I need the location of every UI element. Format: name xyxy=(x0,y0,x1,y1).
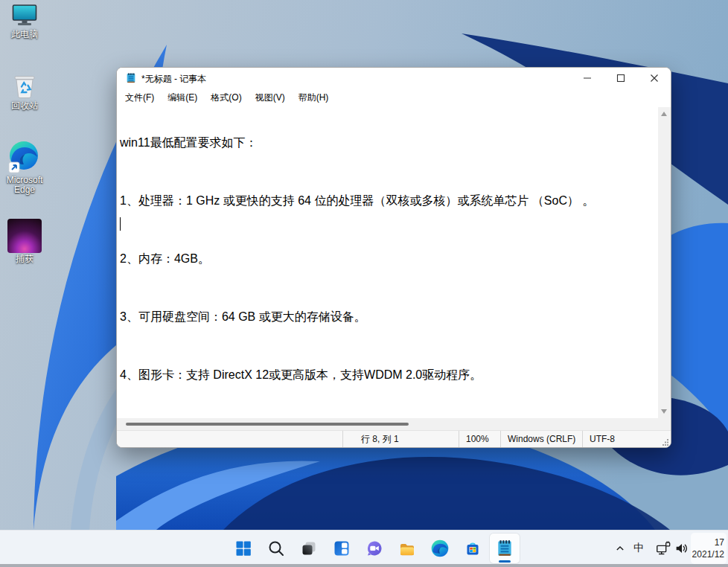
title-bar[interactable]: *无标题 - 记事本 xyxy=(117,68,671,89)
ime-indicator[interactable]: 中 xyxy=(630,539,648,557)
maximize-icon xyxy=(616,74,625,83)
minimize-button[interactable] xyxy=(570,68,604,89)
search-button[interactable] xyxy=(261,534,291,563)
menu-item-view[interactable]: 视图(V) xyxy=(249,89,292,107)
status-encoding: UTF-8 xyxy=(582,431,671,447)
resize-grip-icon[interactable] xyxy=(662,438,669,446)
status-bar: 行 8, 列 1 100% Windows (CRLF) UTF-8 xyxy=(117,430,671,447)
text-area[interactable]: win11最低配置要求如下： 1、处理器：1 GHz 或更快的支持 64 位的处… xyxy=(117,107,658,418)
edge-icon xyxy=(7,140,42,174)
status-zoom-level: 100% xyxy=(459,431,500,447)
chevron-up-icon xyxy=(613,541,628,556)
volume-icon xyxy=(674,540,690,557)
text-line: 1、处理器：1 GHz 或更快的支持 64 位的处理器（双核或多核）或系统单芯片… xyxy=(120,193,658,208)
text-line: 2、内存：4GB。 xyxy=(120,251,658,266)
store-button[interactable] xyxy=(458,534,488,563)
start-button[interactable] xyxy=(229,534,258,563)
notepad-window: *无标题 - 记事本 文件(F) 编辑(E) 格式(O) 视图(V) 帮助(H)… xyxy=(116,67,671,448)
search-icon xyxy=(267,539,285,557)
close-button[interactable] xyxy=(637,68,671,89)
text-caret xyxy=(120,217,121,231)
close-icon xyxy=(650,74,659,83)
notepad-icon xyxy=(495,539,514,558)
status-line-ending: Windows (CRLF) xyxy=(500,431,582,447)
status-cursor-position: 行 8, 列 1 xyxy=(342,431,459,447)
menu-bar: 文件(F) 编辑(E) 格式(O) 视图(V) 帮助(H) xyxy=(117,89,671,107)
desktop-screen: 此电脑 回收站 xyxy=(0,0,728,567)
screen-bottom-edge xyxy=(0,564,728,567)
windows-logo-icon xyxy=(234,539,252,557)
task-view-icon xyxy=(300,539,318,557)
text-line: win11最低配置要求如下： xyxy=(120,135,658,150)
desktop-icon-capture[interactable]: 捕获 xyxy=(0,219,49,264)
vertical-scrollbar[interactable] xyxy=(658,107,671,418)
edge-button[interactable] xyxy=(425,534,455,563)
chat-icon xyxy=(365,539,383,557)
notepad-icon xyxy=(125,72,137,84)
scrollbar-corner xyxy=(658,418,671,431)
text-line: 3、可用硬盘空间：64 GB 或更大的存储设备。 xyxy=(120,309,658,324)
active-app-indicator xyxy=(499,560,511,563)
edge-icon xyxy=(430,539,450,558)
chat-button[interactable] xyxy=(360,534,389,563)
menu-item-file[interactable]: 文件(F) xyxy=(118,89,161,107)
maximize-button[interactable] xyxy=(604,68,637,89)
recycle-bin-icon xyxy=(11,70,38,100)
clock-time: 17 xyxy=(691,536,724,548)
widgets-button[interactable] xyxy=(327,534,357,563)
store-icon xyxy=(464,539,482,557)
tray-overflow-button[interactable] xyxy=(611,539,629,557)
horizontal-scroll-thumb[interactable] xyxy=(126,423,409,426)
text-line: 4、图形卡：支持 DirectX 12或更高版本，支持WDDM 2.0驱动程序。 xyxy=(120,367,658,382)
network-icon xyxy=(655,540,671,557)
notepad-taskbar-button[interactable] xyxy=(490,534,520,563)
desktop-icon-label: Microsoft Edge xyxy=(0,176,49,195)
minimize-icon xyxy=(583,74,592,83)
horizontal-scrollbar[interactable] xyxy=(117,418,658,431)
monitor-icon xyxy=(11,3,38,28)
volume-tray-button[interactable] xyxy=(673,539,691,557)
status-encoding-label: UTF-8 xyxy=(590,434,615,444)
widgets-icon xyxy=(333,539,351,557)
desktop-icon-label: 捕获 xyxy=(0,254,49,264)
status-spacer xyxy=(117,431,342,447)
scroll-up-icon[interactable] xyxy=(661,112,667,116)
document-text: win11最低配置要求如下： 1、处理器：1 GHz 或更快的支持 64 位的处… xyxy=(117,107,658,418)
menu-item-help[interactable]: 帮助(H) xyxy=(292,89,336,107)
desktop-icon-recycle-bin[interactable]: 回收站 xyxy=(0,70,49,111)
menu-item-format[interactable]: 格式(O) xyxy=(204,89,248,107)
menu-item-edit[interactable]: 编辑(E) xyxy=(161,89,204,107)
capture-image-icon xyxy=(7,219,42,253)
clock-date: 2021/12 xyxy=(691,548,724,560)
desktop-icon-label: 回收站 xyxy=(0,101,49,111)
network-tray-button[interactable] xyxy=(654,539,672,557)
scroll-down-icon[interactable] xyxy=(661,409,667,414)
clock[interactable]: 17 2021/12 xyxy=(691,533,727,564)
desktop-icon-label: 此电脑 xyxy=(0,30,49,39)
task-view-button[interactable] xyxy=(294,534,324,563)
window-title: *无标题 - 记事本 xyxy=(141,73,206,86)
desktop-icon-edge[interactable]: Microsoft Edge xyxy=(0,140,49,195)
ime-language-label: 中 xyxy=(633,542,644,555)
desktop-icon-this-pc[interactable]: 此电脑 xyxy=(0,3,49,39)
file-explorer-button[interactable] xyxy=(392,534,422,563)
folder-icon xyxy=(398,539,416,557)
